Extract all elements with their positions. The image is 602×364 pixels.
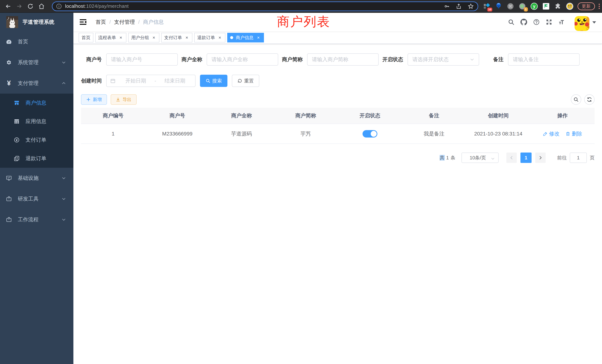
documents-icon (14, 156, 20, 161)
delete-button[interactable]: 删除 (566, 130, 582, 137)
merchant-no-input[interactable]: 请输入商户号 (106, 53, 178, 66)
remark-input[interactable]: 请输入备注 (508, 53, 580, 66)
github-icon[interactable] (520, 19, 527, 25)
prev-page-button[interactable] (506, 152, 517, 163)
tag-merchant-info[interactable]: 商户信息× (227, 33, 264, 43)
sidebar: 芋道管理系统 首页 系统管理 ¥ 支付管理 (0, 13, 73, 364)
goto-page-input[interactable]: 1 (570, 152, 587, 163)
browser-back-button[interactable] (3, 1, 14, 12)
extension-grid-icon[interactable]: 10 (483, 2, 491, 10)
help-icon[interactable] (533, 19, 540, 25)
next-page-button[interactable] (535, 152, 546, 163)
toggle-search-button[interactable] (571, 94, 581, 105)
fullscreen-icon[interactable] (546, 19, 552, 25)
create-time-range-picker[interactable]: 开始日期 - 结束日期 (106, 75, 195, 87)
trash-icon (566, 131, 570, 136)
add-button[interactable]: 新增 (81, 94, 107, 105)
close-icon[interactable]: × (256, 35, 261, 40)
active-dot (230, 36, 233, 39)
password-key-icon[interactable] (444, 3, 450, 9)
export-button[interactable]: 导出 (111, 94, 137, 105)
close-icon[interactable]: × (184, 35, 189, 40)
chevron-down-icon (62, 176, 66, 180)
update-label: 更新 (582, 3, 591, 9)
annotation-title: 商户列表 (277, 13, 330, 30)
sidebar-item-workflow[interactable]: 工作流程 (0, 209, 73, 230)
status-toggle[interactable] (363, 130, 377, 138)
extensions-puzzle-icon[interactable] (554, 2, 562, 10)
page-1-button[interactable]: 1 (520, 152, 532, 163)
sidebar-item-infra[interactable]: 基础设施 (0, 168, 73, 189)
screenshot-stage: localhost:1024/pay/merchant 10 (0, 0, 602, 364)
filter-remark: 备注 请输入备注 (483, 53, 580, 66)
tag-user-group[interactable]: 用户分组× (128, 33, 159, 43)
address-bar[interactable]: localhost:1024/pay/merchant (52, 1, 478, 11)
profile-emoji-icon[interactable] (566, 2, 574, 10)
extension-balloon-icon[interactable] (494, 2, 503, 10)
edit-button[interactable]: 修改 (543, 130, 559, 137)
share-icon[interactable] (456, 3, 462, 9)
font-size-icon[interactable] (558, 19, 565, 25)
refresh-table-button[interactable] (584, 94, 595, 105)
extension-flag-icon[interactable] (542, 2, 550, 10)
edit-label: 修改 (549, 130, 559, 137)
header-search-icon[interactable] (508, 19, 515, 25)
site-info-icon[interactable] (56, 3, 62, 9)
tag-flow-form[interactable]: 流程表单× (95, 33, 126, 43)
breadcrumb-pay[interactable]: 支付管理 (114, 19, 135, 26)
tag-refund-order[interactable]: 退款订单× (194, 33, 225, 43)
bookmark-star-icon[interactable] (468, 3, 474, 10)
user-menu[interactable] (575, 16, 596, 31)
sidebar-toggle-button[interactable] (79, 18, 87, 26)
browser-menu-button[interactable] (596, 4, 602, 9)
close-icon[interactable]: × (118, 35, 123, 40)
tag-label: 商户信息 (236, 35, 254, 41)
extension-y-icon[interactable]: y (530, 2, 538, 10)
sidebar-item-app-info[interactable]: 应用信息 (0, 112, 73, 131)
status-select[interactable]: 请选择开启状态 (408, 53, 479, 66)
browser-home-button[interactable] (36, 1, 47, 12)
url-text[interactable]: localhost:1024/pay/merchant (65, 3, 444, 9)
sidebar-item-pay[interactable]: ¥ 支付管理 (0, 73, 73, 94)
sidebar-item-label: 工作流程 (18, 216, 62, 223)
chevron-down-icon (62, 197, 66, 201)
range-separator: - (152, 78, 159, 84)
chevron-up-icon (62, 81, 66, 86)
sidebar-logo[interactable]: 芋道管理系统 (0, 13, 73, 31)
browser-forward-button[interactable] (14, 1, 25, 12)
sidebar-item-system[interactable]: 系统管理 (0, 52, 73, 73)
url-host: localhost (65, 3, 85, 9)
sidebar-item-label: 支付订单 (26, 136, 67, 143)
merchant-name-input[interactable]: 请输入商户全称 (207, 53, 278, 66)
field-label: 备注 (483, 56, 508, 63)
close-icon[interactable]: × (217, 35, 222, 40)
tag-pay-order[interactable]: 支付订单× (161, 33, 192, 43)
reset-button[interactable]: 重置 (232, 75, 259, 87)
field-label: 商户全称 (182, 56, 207, 63)
merchant-short-name-input[interactable]: 请输入商户简称 (307, 53, 379, 66)
sidebar-item-home[interactable]: 首页 (0, 31, 73, 52)
col-header-id: 商户编号 (81, 108, 145, 124)
field-label: 创建时间 (81, 77, 106, 84)
filter-status: 开启状态 请选择开启状态 (382, 53, 479, 66)
sidebar-item-dev-tools[interactable]: 研发工具 (0, 189, 73, 209)
browser-update-button[interactable]: 更新 (578, 2, 595, 10)
search-button[interactable]: 搜索 (200, 75, 227, 87)
end-date-placeholder: 结束日期 (158, 77, 192, 84)
edit-pencil-icon (543, 131, 548, 136)
browser-reload-button[interactable] (25, 1, 36, 12)
sidebar-item-refund-order[interactable]: 退款订单 (0, 149, 73, 168)
extension-recorder-icon[interactable]: 1 (518, 2, 526, 10)
yen-circle-icon (14, 137, 20, 143)
sidebar-item-label: 首页 (18, 38, 67, 45)
breadcrumb-current: 商户信息 (143, 19, 164, 26)
tag-home[interactable]: 首页 (79, 33, 93, 43)
col-header-create-time: 创建时间 (466, 108, 530, 124)
page-size-select[interactable]: 10条/页 (462, 152, 499, 163)
breadcrumb-home[interactable]: 首页 (96, 19, 106, 26)
close-icon[interactable]: × (151, 35, 156, 40)
sidebar-item-merchant-info[interactable]: 商户信息 (0, 94, 73, 112)
extension-command-icon[interactable]: ⌘ (506, 2, 515, 10)
sidebar-item-pay-order[interactable]: 支付订单 (0, 131, 73, 149)
page-unit: 页 (590, 155, 595, 161)
